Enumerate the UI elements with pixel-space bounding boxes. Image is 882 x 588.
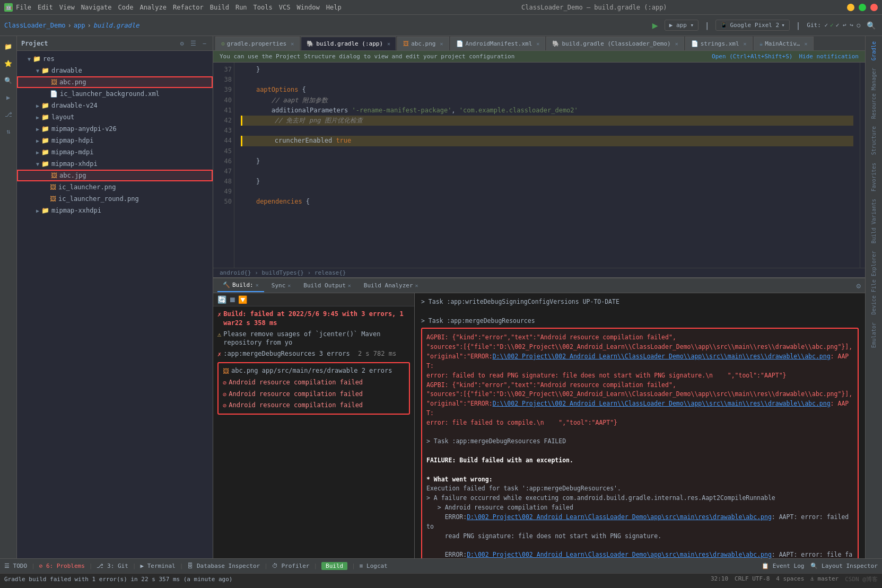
bottom-encoding[interactable]: CRLF UTF-8 — [735, 575, 770, 583]
tab-close-build-gradle[interactable]: ✕ — [387, 41, 390, 47]
tab-close-strings[interactable]: ✕ — [744, 41, 747, 47]
run-icon[interactable]: ▶ — [650, 19, 660, 32]
tree-drawable-v24[interactable]: ▶ 📁 drawable-v24 — [17, 100, 213, 111]
tree-ic-launcher[interactable]: 🖼 ic_launcher.png — [17, 181, 213, 193]
notification-hide-link[interactable]: Hide notification — [799, 53, 859, 60]
tree-mipmap-xhdpi[interactable]: ▼ 📁 mipmap-xhdpi — [17, 158, 213, 170]
build-warning-item[interactable]: ⚠ Please remove usages of `jcenter()` Ma… — [215, 329, 412, 349]
menu-code[interactable]: Code — [118, 4, 134, 11]
tab-abc-png[interactable]: 🖼 abc.png ✕ — [397, 37, 449, 50]
sidebar-run-icon[interactable]: ▶ — [2, 91, 15, 104]
tree-layout[interactable]: ▶ 📁 layout — [17, 111, 213, 123]
project-layout-icon[interactable]: ☰ — [188, 39, 198, 48]
bottom-tab-analyzer-close[interactable]: ✕ — [415, 283, 418, 288]
menu-navigate[interactable]: Navigate — [81, 4, 112, 11]
sidebar-search-icon[interactable]: 🔍 — [2, 74, 15, 87]
breadcrumb-module[interactable]: app — [74, 22, 85, 29]
project-settings-icon[interactable]: ⚙ — [178, 39, 186, 48]
bottom-position[interactable]: 32:10 — [711, 575, 728, 583]
tab-mainactiv[interactable]: ☕ MainActiv… ✕ — [754, 37, 814, 50]
tab-close-build-gradle-proj[interactable]: ✕ — [675, 41, 678, 47]
menu-build[interactable]: Build — [210, 4, 229, 11]
menu-view[interactable]: View — [59, 4, 75, 11]
status-terminal[interactable]: ▶ Terminal — [140, 563, 175, 569]
tree-abc-jpg[interactable]: 🖼 abc.jpg — [17, 170, 213, 181]
menu-vcs[interactable]: VCS — [279, 4, 291, 11]
build-error-item-3[interactable]: ⊘ Android resource compilation failed — [221, 400, 407, 411]
build-error-item-2[interactable]: ⊘ Android resource compilation failed — [221, 389, 407, 400]
right-tab-structure[interactable]: Structure — [870, 123, 878, 158]
tree-mipmap-hdpi[interactable]: ▶ 📁 mipmap-hdpi — [17, 135, 213, 146]
tab-build-output[interactable]: Build Output ✕ — [298, 279, 356, 292]
build-abc-png-item[interactable]: 🖼 abc.png app/src/main/res/drawable 2 er… — [221, 365, 407, 377]
build-task-item[interactable]: ✗ :app:mergeDebugResources 3 errors 2 s … — [215, 348, 412, 360]
sidebar-pullrequest-icon[interactable]: ⇅ — [2, 125, 15, 138]
status-git[interactable]: ⎇ 3: Git — [97, 563, 128, 569]
search-toolbar-icon[interactable]: 🔍 — [864, 20, 878, 31]
tab-close-abc-png[interactable]: ✕ — [440, 41, 443, 47]
menu-window[interactable]: Window — [296, 4, 319, 11]
sidebar-project-icon[interactable]: 📁 — [2, 40, 15, 53]
breadcrumb-file[interactable]: build.gradle — [93, 22, 139, 29]
status-todo[interactable]: ☰ TODO — [4, 563, 27, 569]
tree-res[interactable]: ▼ 📁 res — [17, 53, 213, 65]
tab-build-analyzer[interactable]: Build Analyzer ✕ — [359, 279, 424, 292]
tab-build-gradle-app[interactable]: 🐘 build.gradle (:app) ✕ — [301, 37, 396, 50]
tab-build-gradle-project[interactable]: 🐘 build.gradle (ClassLoader_Demo) ✕ — [546, 37, 684, 50]
tree-mipmap-xxhdpi[interactable]: ▶ 📁 mipmap-xxhdpi — [17, 205, 213, 216]
status-build-active[interactable]: Build — [321, 562, 347, 570]
notification-open-link[interactable]: Open (Ctrl+Alt+Shift+S) — [712, 53, 792, 60]
window-controls[interactable] — [847, 4, 878, 11]
build-stop-icon[interactable]: ⏹ — [229, 295, 236, 304]
right-tab-build-variants[interactable]: Build Variants — [870, 196, 878, 247]
menu-edit[interactable]: Edit — [38, 4, 53, 11]
build-error-item-1[interactable]: ⊘ Android resource compilation failed — [221, 377, 407, 389]
menu-refactor[interactable]: Refactor — [173, 4, 204, 11]
menu-help[interactable]: Help — [326, 4, 342, 11]
status-logcat[interactable]: ≡ Logcat — [360, 563, 388, 569]
sidebar-git-icon[interactable]: ⎇ — [2, 108, 15, 121]
bottom-tab-buildoutput-close[interactable]: ✕ — [348, 283, 351, 288]
minimize-button[interactable] — [847, 4, 854, 11]
status-profiler[interactable]: ⏱ Profiler — [272, 563, 310, 569]
maximize-button[interactable] — [859, 4, 866, 11]
right-tab-resource-manager[interactable]: Resource Manager — [870, 65, 878, 122]
status-layout-inspector[interactable]: 🔍 Layout Inspector — [810, 563, 878, 569]
close-button[interactable] — [870, 4, 878, 11]
device-selector[interactable]: 📱 Google Pixel 2 ▾ — [715, 20, 789, 31]
tab-gradle-properties[interactable]: ⚙ gradle.properties ✕ — [215, 37, 300, 50]
tree-mipmap-mdpi[interactable]: ▶ 📁 mipmap-mdpi — [17, 146, 213, 158]
code-editor[interactable]: } aaptOptions { // aapt 附加参数 additionalP… — [234, 63, 860, 268]
menu-run[interactable]: Run — [235, 4, 247, 11]
tab-androidmanifest[interactable]: 📄 AndroidManifest.xml ✕ — [450, 37, 546, 50]
tab-close-mainactiv[interactable]: ✕ — [804, 41, 807, 47]
tab-close-manifest[interactable]: ✕ — [536, 41, 539, 47]
bottom-tab-build-close[interactable]: ✕ — [256, 282, 259, 288]
menu-analyze[interactable]: Analyze — [139, 4, 167, 11]
right-tab-emulator[interactable]: Emulator — [870, 319, 878, 351]
build-failed-item[interactable]: ✗ Build: failed at 2022/5/6 9:45 with 3 … — [215, 309, 412, 329]
build-filter-icon[interactable]: 🔽 — [238, 295, 247, 304]
menu-bar[interactable]: File Edit View Navigate Code Analyze Ref… — [16, 4, 342, 11]
tab-sync[interactable]: Sync ✕ — [266, 279, 296, 292]
tree-drawable[interactable]: ▼ 📁 drawable — [17, 65, 213, 76]
tree-ic-launcher-round[interactable]: 🖼 ic_launcher_round.png — [17, 193, 213, 205]
menu-tools[interactable]: Tools — [254, 4, 273, 11]
run-config-selector[interactable]: ▶ app ▾ — [665, 20, 698, 31]
build-output-content[interactable]: > Task :app:writeDebugSigningConfigVersi… — [415, 293, 865, 558]
right-tab-gradle[interactable]: Gradle — [870, 38, 878, 64]
tree-ic-launcher-bg[interactable]: 📄 ic_launcher_background.xml — [17, 88, 213, 100]
tree-mipmap-anydpi[interactable]: ▶ 📁 mipmap-anydpi-v26 — [17, 123, 213, 135]
tree-abc-png[interactable]: 🖼 abc.png — [17, 76, 213, 88]
tab-build[interactable]: 🔨 Build: ✕ — [217, 279, 264, 292]
project-minimize-icon[interactable]: − — [200, 39, 208, 48]
sidebar-favorites-icon[interactable]: ⭐ — [2, 57, 15, 70]
bottom-indent[interactable]: 4 spaces — [776, 575, 804, 583]
tab-close-gradle-props[interactable]: ✕ — [291, 41, 294, 47]
status-event-log[interactable]: 📋 Event Log — [762, 563, 804, 569]
menu-file[interactable]: File — [16, 4, 31, 11]
bottom-panel-settings-icon[interactable]: ⚙ — [857, 282, 861, 290]
tab-strings-xml[interactable]: 📄 strings.xml ✕ — [685, 37, 753, 50]
breadcrumb-project[interactable]: ClassLoader_Demo — [4, 22, 66, 29]
right-tab-device-file[interactable]: Device File Explorer — [870, 248, 878, 318]
